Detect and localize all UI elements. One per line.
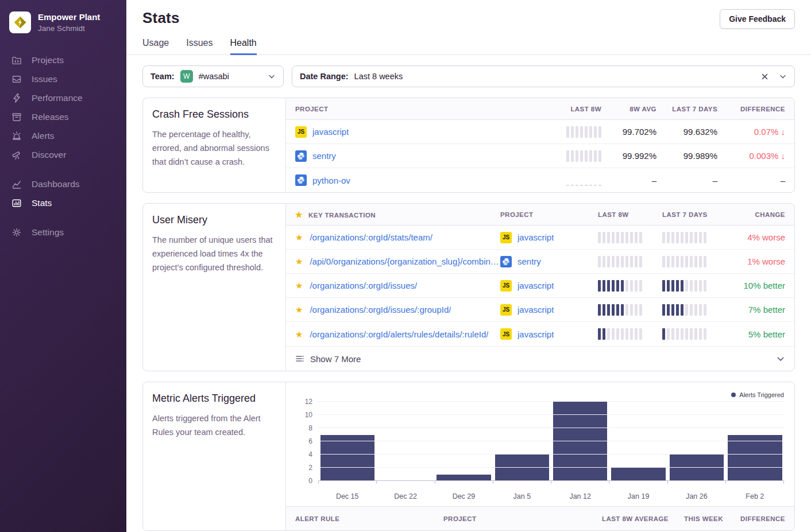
project-link[interactable]: javascript bbox=[518, 305, 554, 314]
crash-free-sessions-panel: Crash Free Sessions The percentage of he… bbox=[142, 98, 795, 193]
bar-jan-26[interactable] bbox=[667, 402, 725, 481]
project-link[interactable]: javascript bbox=[518, 232, 554, 242]
chevron-down-icon bbox=[268, 72, 276, 80]
key-transaction-star-icon[interactable]: ★ bbox=[295, 281, 303, 290]
javascript-platform-icon: JS bbox=[500, 280, 512, 292]
alerts-icon bbox=[11, 131, 22, 141]
change-value: 1% worse bbox=[727, 257, 785, 266]
sidebar-item-alerts[interactable]: Alerts bbox=[0, 126, 126, 145]
sidebar-item-issues[interactable]: Issues bbox=[0, 69, 126, 88]
table-row: ★/organizations/:orgId/issues/:groupId/J… bbox=[286, 298, 794, 322]
python-platform-icon bbox=[500, 256, 512, 267]
releases-icon bbox=[11, 112, 22, 122]
date-range-value: Last 8 weeks bbox=[354, 72, 403, 81]
transaction-link[interactable]: /organizations/:orgId/issues/ bbox=[310, 281, 417, 290]
clear-date-range-icon[interactable] bbox=[761, 73, 768, 80]
team-select-label: Team: bbox=[150, 72, 175, 81]
team-avatar: W bbox=[180, 70, 193, 83]
sidebar-item-performance[interactable]: Performance bbox=[0, 88, 126, 107]
key-transaction-star-icon[interactable]: ★ bbox=[295, 330, 303, 339]
user-misery-panel: User Misery The number of unique users t… bbox=[142, 203, 795, 371]
bar-dec-15[interactable] bbox=[318, 402, 376, 481]
sidebar-nav: ProjectsIssuesPerformanceReleasesAlertsD… bbox=[0, 51, 126, 252]
discover-icon bbox=[11, 150, 22, 160]
sidebar-item-label: Discover bbox=[32, 150, 66, 160]
team-select[interactable]: Team: W #wasabi bbox=[142, 65, 284, 87]
tab-health[interactable]: Health bbox=[230, 38, 257, 55]
panel-title: Crash Free Sessions bbox=[152, 108, 276, 121]
metric-alerts-panel: Metric Alerts Triggered Alerts triggered… bbox=[142, 382, 795, 531]
bar-jan-5[interactable] bbox=[493, 402, 551, 481]
sidebar-item-projects[interactable]: Projects bbox=[0, 51, 126, 69]
difference-value: – bbox=[717, 176, 785, 185]
change-value: 5% better bbox=[727, 329, 785, 339]
x-axis-label: Dec 22 bbox=[376, 492, 434, 500]
show-more-label: Show 7 More bbox=[310, 354, 361, 364]
date-range-select[interactable]: Date Range: Last 8 weeks bbox=[292, 65, 795, 87]
list-icon bbox=[295, 354, 304, 363]
project-link[interactable]: javascript bbox=[518, 329, 554, 339]
legend-label: Alerts Triggered bbox=[739, 391, 784, 398]
bar-jan-19[interactable] bbox=[609, 402, 667, 481]
x-axis-label: Dec 15 bbox=[318, 492, 376, 500]
y-axis-tick: 0 bbox=[308, 477, 312, 485]
panel-description: The number of unique users that experien… bbox=[152, 233, 276, 274]
bar-feb-2[interactable] bbox=[726, 402, 784, 481]
crash-free-sessions-table: PROJECTLAST 8W8W AVGLAST 7 DAYSDIFFERENC… bbox=[286, 98, 794, 192]
key-transaction-star-icon[interactable]: ★ bbox=[295, 233, 303, 242]
bar-jan-12[interactable] bbox=[551, 402, 609, 481]
table-row: python-ov––– bbox=[286, 168, 794, 192]
sidebar-item-releases[interactable]: Releases bbox=[0, 107, 126, 126]
table-row: ★/organizations/:orgId/alerts/rules/deta… bbox=[286, 322, 794, 346]
chart-legend: Alerts Triggered bbox=[731, 391, 784, 398]
sparkline bbox=[662, 232, 727, 243]
key-transaction-star-icon[interactable]: ★ bbox=[295, 305, 303, 314]
y-axis-tick: 4 bbox=[308, 451, 312, 459]
sidebar-item-label: Projects bbox=[32, 55, 64, 65]
sidebar-item-dashboards[interactable]: Dashboards bbox=[0, 174, 126, 193]
y-axis-tick: 6 bbox=[308, 437, 312, 445]
table-header: ★KEY TRANSACTIONPROJECTLAST 8WLAST 7 DAY… bbox=[286, 204, 794, 226]
tab-usage[interactable]: Usage bbox=[142, 38, 169, 55]
bar-dec-22[interactable] bbox=[376, 402, 434, 481]
project-link[interactable]: javascript bbox=[518, 281, 554, 290]
difference-value: 0.003% ↓ bbox=[717, 151, 785, 161]
sparkline bbox=[566, 150, 601, 162]
stats-icon bbox=[11, 198, 22, 208]
bar-dec-29[interactable] bbox=[435, 402, 493, 481]
sidebar-item-label: Alerts bbox=[32, 131, 55, 141]
user-misery-table: ★KEY TRANSACTIONPROJECTLAST 8WLAST 7 DAY… bbox=[286, 204, 794, 371]
project-link[interactable]: javascript bbox=[312, 127, 349, 137]
sidebar: Empower Plant Jane Schmidt ProjectsIssue… bbox=[0, 0, 126, 532]
metric-alerts-content: Alerts Triggered 024681012 Dec 15Dec 22D… bbox=[286, 382, 794, 530]
give-feedback-button[interactable]: Give Feedback bbox=[720, 9, 795, 29]
python-platform-icon bbox=[295, 174, 307, 186]
transaction-link[interactable]: /api/0/organizations/{organization_slug}… bbox=[310, 257, 500, 266]
transaction-link[interactable]: /organizations/:orgId/alerts/rules/detai… bbox=[310, 329, 488, 339]
sidebar-item-stats[interactable]: Stats bbox=[0, 193, 126, 212]
project-link[interactable]: sentry bbox=[312, 151, 336, 161]
column-header: ★KEY TRANSACTION bbox=[295, 211, 500, 219]
sidebar-item-settings[interactable]: Settings bbox=[0, 223, 126, 242]
tab-issues[interactable]: Issues bbox=[186, 38, 213, 55]
main-area: Stats Give Feedback UsageIssuesHealth Te… bbox=[126, 0, 811, 532]
tab-bar: UsageIssuesHealth bbox=[142, 38, 795, 55]
table-row: JSjavascript99.702%99.632%0.07% ↓ bbox=[286, 120, 794, 144]
sidebar-item-discover[interactable]: Discover bbox=[0, 145, 126, 164]
python-platform-icon bbox=[295, 150, 307, 162]
org-switcher[interactable]: Empower Plant Jane Schmidt bbox=[0, 11, 126, 51]
sidebar-item-label: Stats bbox=[32, 198, 52, 208]
transaction-link[interactable]: /organizations/:orgId/issues/:groupId/ bbox=[310, 305, 451, 314]
project-link[interactable]: sentry bbox=[518, 257, 541, 266]
avg-8w-value: 99.702% bbox=[601, 127, 656, 137]
page-header: Stats Give Feedback UsageIssuesHealth bbox=[126, 0, 811, 55]
project-link[interactable]: python-ov bbox=[312, 176, 350, 185]
key-transaction-star-icon[interactable]: ★ bbox=[295, 257, 303, 266]
last-7d-value: 99.989% bbox=[656, 151, 717, 161]
javascript-platform-icon: JS bbox=[500, 304, 512, 316]
org-name: Empower Plant bbox=[38, 12, 100, 23]
transaction-link[interactable]: /organizations/:orgId/stats/team/ bbox=[310, 232, 432, 242]
column-header: LAST 7 DAYS bbox=[656, 106, 717, 112]
x-axis-label: Feb 2 bbox=[726, 492, 784, 500]
show-more-button[interactable]: Show 7 More bbox=[286, 346, 794, 371]
